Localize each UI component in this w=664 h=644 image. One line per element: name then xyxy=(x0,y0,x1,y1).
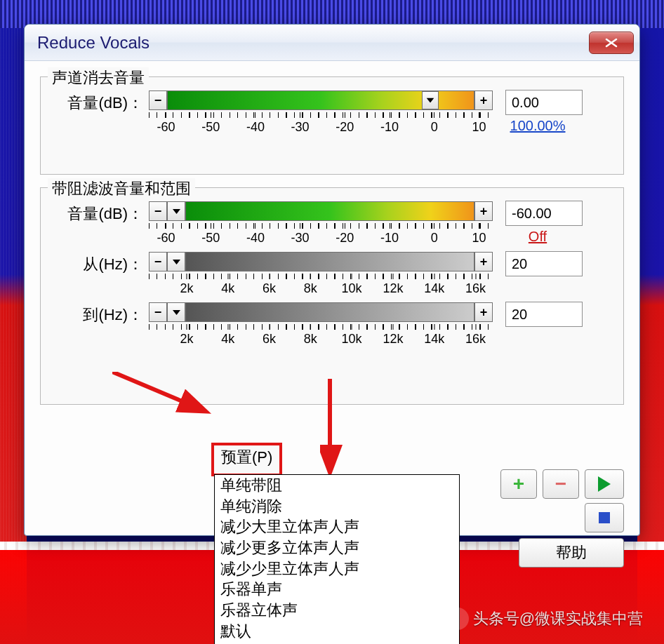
watermark-avatar-icon xyxy=(446,608,469,630)
preset-option[interactable]: 减少少里立体声人声 xyxy=(215,558,459,579)
annotation-arrow-2-icon xyxy=(320,379,348,484)
g2t-tick-scale: 2k 4k 6k 8k 10k 12k 14k 16k xyxy=(149,324,493,347)
g1-minus-button[interactable]: − xyxy=(149,90,167,110)
g2f-tick-scale: 2k 4k 6k 8k 10k 12k 14k 16k xyxy=(149,274,493,296)
g1-volume-label: 音量(dB)： xyxy=(52,90,149,114)
stop-icon xyxy=(599,512,610,523)
g1-plus-button[interactable]: + xyxy=(474,90,493,110)
g2v-tick-scale: -60 -50 -40 -30 -20 -10 0 10 xyxy=(149,223,493,246)
g1-percent-link[interactable]: 100.00% xyxy=(510,118,566,134)
stop-button[interactable] xyxy=(585,503,624,532)
g1-slider-thumb[interactable] xyxy=(422,91,439,109)
g2t-value-input[interactable] xyxy=(505,302,583,327)
preset-option[interactable]: 乐器立体声 xyxy=(215,600,459,621)
g2-to-label: 到(Hz)： xyxy=(52,302,149,326)
g2f-plus-button[interactable]: + xyxy=(474,252,493,271)
g2-from-label: 从(Hz)： xyxy=(52,251,149,275)
play-icon xyxy=(598,476,611,492)
preset-option[interactable]: 默认 xyxy=(215,621,459,642)
close-button[interactable] xyxy=(589,32,634,54)
g2v-slider-track[interactable] xyxy=(185,201,474,221)
g2t-minus-button[interactable]: − xyxy=(149,302,167,322)
g2f-minus-button[interactable]: − xyxy=(149,252,167,271)
preset-option[interactable]: 减少大里立体声人声 xyxy=(215,516,459,537)
preset-action-buttons: + − xyxy=(500,469,624,532)
group2-legend: 带阻滤波音量和范围 xyxy=(48,178,195,199)
preset-option[interactable]: 单纯带阻 xyxy=(215,475,459,496)
g1-value-input[interactable] xyxy=(505,90,583,115)
g2v-dropdown-button[interactable] xyxy=(167,201,185,221)
preset-label: 预置(P) xyxy=(211,443,282,476)
g2v-plus-button[interactable]: + xyxy=(474,201,493,221)
remove-preset-button[interactable]: − xyxy=(543,469,579,499)
add-preset-button[interactable]: + xyxy=(500,469,537,499)
play-button[interactable] xyxy=(585,469,624,499)
preset-option[interactable]: 单纯消除 xyxy=(215,496,459,517)
watermark-text: 头条号@微课实战集中营 xyxy=(473,608,643,629)
g2v-minus-button[interactable]: − xyxy=(149,201,167,221)
watermark: 头条号@微课实战集中营 xyxy=(446,608,643,630)
g2-volume-label: 音量(dB)： xyxy=(52,201,149,224)
g2t-slider-track[interactable] xyxy=(185,302,474,322)
annotation-arrow-1-icon xyxy=(112,372,218,428)
svg-line-0 xyxy=(112,372,204,410)
help-button[interactable]: 帮助 xyxy=(519,538,624,568)
g2v-status-link[interactable]: Off xyxy=(529,229,547,245)
g2f-value-input[interactable] xyxy=(505,251,583,276)
window-title: Reduce Vocals xyxy=(37,33,150,53)
preset-dropdown-list[interactable]: 单纯带阻单纯消除减少大里立体声人声减少更多立体声人声减少少里立体声人声乐器单声乐… xyxy=(214,474,460,644)
titlebar[interactable]: Reduce Vocals xyxy=(25,25,639,61)
g2f-dropdown-button[interactable] xyxy=(167,252,185,271)
g2v-value-input[interactable] xyxy=(505,201,583,226)
g1-slider-track[interactable] xyxy=(167,90,474,110)
g1-tick-scale: -60 -50 -40 -30 -20 -10 0 10 xyxy=(149,112,493,135)
group-channel-remove-volume: 声道消去音量 音量(dB)： − + xyxy=(40,76,624,175)
preset-option[interactable]: 减少更多立体声人声 xyxy=(215,537,459,558)
g2f-slider-track[interactable] xyxy=(185,252,474,271)
g2t-plus-button[interactable]: + xyxy=(474,302,493,322)
preset-option[interactable]: 乐器单声 xyxy=(215,579,459,600)
g2t-dropdown-button[interactable] xyxy=(167,302,185,322)
group1-legend: 声道消去音量 xyxy=(48,67,149,88)
preset-option[interactable]: 全部立体声 xyxy=(215,642,459,645)
